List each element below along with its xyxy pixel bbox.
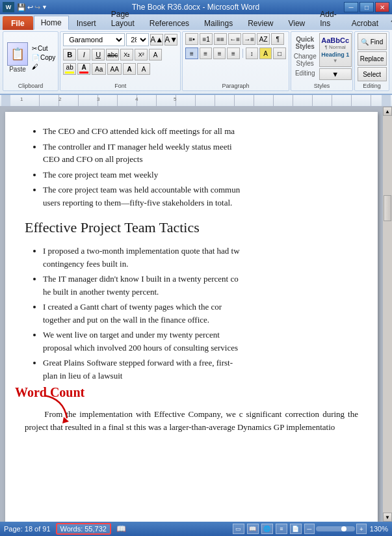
word-count-status[interactable]: Words: 55,732	[56, 523, 111, 535]
grow-font-button[interactable]: A	[123, 63, 136, 75]
line-spacing-button[interactable]: ↕	[246, 47, 258, 59]
bullet-item: Great Plains Software stepped forward wi…	[43, 356, 358, 382]
justify-button[interactable]: ≡	[227, 47, 239, 59]
document-page[interactable]: The CEO and CFO attended kick off meetin…	[5, 112, 378, 522]
ruler: 1 2 3 4 5	[0, 95, 392, 107]
vertical-scrollbar[interactable]: ▲ ▼	[383, 107, 392, 522]
full-reading-button[interactable]: 📖	[247, 524, 259, 534]
close-button[interactable]: ✕	[375, 2, 389, 12]
quick-styles-button[interactable]: AaBbCc ¶ Normal Heading 1 ▼	[319, 33, 352, 67]
increase-indent-button[interactable]: →≡	[242, 33, 255, 45]
increase-font-button[interactable]: A▲	[150, 34, 163, 46]
border-button[interactable]: □	[273, 47, 285, 59]
clipboard-label: Clipboard	[3, 83, 58, 89]
print-layout-button[interactable]: ▭	[233, 524, 244, 534]
shading-button[interactable]: A	[259, 47, 272, 59]
para-list-row: ≡• ≡1 ≡≡ ←≡ →≡ AZ ¶	[185, 33, 286, 45]
bullet-list-1: The CEO and CFO attended kick off meetin…	[43, 125, 358, 209]
subscript-button[interactable]: X₂	[120, 49, 133, 60]
bullets-button[interactable]: ≡•	[185, 33, 198, 45]
select-button[interactable]: Select	[358, 67, 387, 81]
font-name-select[interactable]: Garamond	[63, 33, 125, 46]
find-button[interactable]: 🔍 Find	[358, 33, 387, 50]
align-left-button[interactable]: ≡	[185, 47, 198, 59]
web-layout-button[interactable]: 🌐	[261, 524, 273, 534]
tab-mailings[interactable]: Mailings	[197, 16, 240, 30]
cut-icon: ✂	[32, 45, 37, 52]
font-color-button[interactable]: A	[77, 63, 90, 75]
scroll-down-button[interactable]: ▼	[383, 513, 392, 522]
qat-save-button[interactable]: 💾	[17, 3, 26, 12]
tab-acrobat[interactable]: Acrobat	[345, 16, 385, 30]
word-app-icon: W	[3, 2, 14, 12]
change-styles-button[interactable]: ▼	[319, 68, 352, 80]
scroll-up-button[interactable]: ▲	[383, 107, 392, 116]
decrease-indent-button[interactable]: ←≡	[228, 33, 241, 45]
zoom-slider[interactable]	[316, 526, 355, 531]
page-info[interactable]: Page: 18 of 91	[4, 525, 51, 533]
help-button[interactable]: ?	[386, 16, 392, 30]
tab-file[interactable]: File	[3, 16, 33, 30]
sort-button[interactable]: AZ	[257, 33, 270, 45]
tab-review[interactable]: Review	[241, 16, 280, 30]
ribbon-body: 📋 Paste ✂ Cut 📄 Copy 🖌 Clipboard Garamon…	[0, 30, 392, 95]
bullet-item: The CEO and CFO attended kick off meetin…	[43, 125, 358, 138]
styles-label: Styles	[291, 83, 353, 89]
superscript-button[interactable]: X²	[135, 49, 148, 60]
cut-button[interactable]: ✂ Cut	[31, 44, 57, 53]
tab-references[interactable]: References	[142, 16, 196, 30]
underline-button[interactable]: U	[92, 49, 105, 60]
replace-button[interactable]: Replace	[358, 51, 387, 66]
font-name-row: Garamond 28 A▲ A▼	[63, 33, 177, 46]
minimize-button[interactable]: ─	[344, 2, 358, 12]
maximize-button[interactable]: □	[359, 2, 374, 12]
normal-style-label: ¶ Normal	[325, 44, 346, 50]
quick-access-toolbar: 💾 ↩ ↪ ▼	[17, 3, 47, 12]
copy-button[interactable]: 📄 Copy	[31, 53, 57, 62]
zoom-out-button[interactable]: ─	[304, 524, 315, 534]
spell-check-icon[interactable]: 📖	[116, 524, 126, 533]
tab-page-layout[interactable]: Page Layout	[104, 7, 142, 30]
heading1-label: Heading 1	[321, 51, 349, 58]
numbering-button[interactable]: ≡1	[200, 33, 213, 45]
tab-addins[interactable]: Add-Ins	[313, 7, 343, 30]
qat-undo-button[interactable]: ↩	[27, 3, 33, 12]
draft-view-button[interactable]: 📄	[290, 524, 302, 534]
paste-icon: 📋	[7, 42, 28, 66]
scrollbar-thumb[interactable]	[384, 195, 391, 221]
change-case-button[interactable]: AA	[107, 63, 122, 75]
strikethrough-button[interactable]: abc	[106, 49, 119, 60]
zoom-in-button[interactable]: +	[356, 524, 367, 534]
font-color-icon: A	[82, 64, 86, 71]
tab-view[interactable]: View	[281, 16, 312, 30]
decrease-font-button[interactable]: A▼	[164, 34, 177, 46]
styles-content: QuickStyles ChangeStyles Editing AaBbCc …	[294, 33, 350, 81]
text-highlight-button[interactable]: ab	[63, 63, 76, 75]
ruler-mark-2: 2	[59, 96, 61, 102]
text-effects-button[interactable]: A	[149, 49, 162, 60]
tab-home[interactable]: Home	[34, 16, 69, 30]
font-size-select[interactable]: 28	[126, 33, 149, 46]
format-painter-button[interactable]: 🖌	[31, 62, 57, 71]
align-center-button[interactable]: ≡	[200, 47, 212, 59]
scrollbar-track[interactable]	[383, 116, 392, 513]
status-right: ▭ 📖 🌐 ≡ 📄 ─ + 130%	[233, 524, 388, 534]
bullet-item: I created a Gantt chart of twenty pages …	[43, 301, 358, 326]
show-formatting-button[interactable]: ¶	[271, 33, 284, 45]
shrink-font-button[interactable]: A	[137, 63, 150, 75]
word-count-arrow	[31, 392, 70, 425]
paste-button[interactable]: 📋 Paste	[6, 41, 29, 74]
qat-redo-button[interactable]: ↪	[34, 3, 40, 12]
ruler-right-margin	[382, 95, 391, 106]
multilevel-list-button[interactable]: ≡≡	[214, 33, 227, 45]
bold-button[interactable]: B	[63, 49, 76, 60]
qat-more-button[interactable]: ▼	[42, 4, 47, 10]
italic-button[interactable]: I	[77, 49, 90, 60]
align-right-button[interactable]: ≡	[213, 47, 226, 59]
outline-view-button[interactable]: ≡	[276, 524, 287, 534]
clear-formatting-button[interactable]: Aa	[92, 63, 106, 75]
zoom-level[interactable]: 130%	[370, 525, 388, 533]
zoom-slider-thumb[interactable]	[341, 526, 346, 531]
title-bar-left: W 💾 ↩ ↪ ▼	[3, 2, 47, 12]
tab-insert[interactable]: Insert	[70, 16, 103, 30]
